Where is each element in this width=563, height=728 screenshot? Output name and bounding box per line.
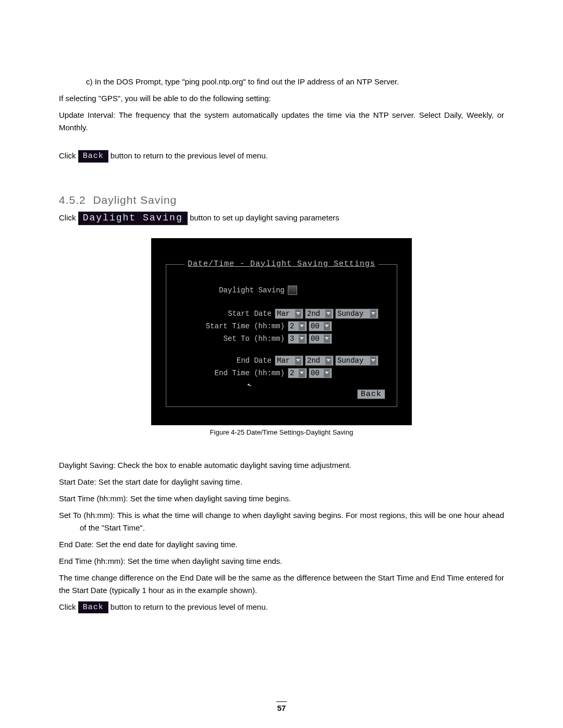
chevron-down-icon — [325, 356, 332, 365]
figure-caption: Figure 4-25 Date/Time Settings-Daylight … — [151, 428, 412, 436]
val-setto-hour: 3 — [290, 334, 297, 343]
def-daylight: Daylight Saving: Check the box to enable… — [59, 459, 504, 472]
update-interval-line: Update Interval: The frequency that the … — [59, 109, 504, 134]
chevron-down-icon — [370, 356, 376, 365]
select-start-week[interactable]: 2nd — [305, 309, 334, 319]
select-end-month[interactable]: Mar — [275, 355, 303, 366]
row-end-date: End Date Mar 2nd Sunday — [183, 355, 380, 366]
back-chip-1: Back — [78, 150, 108, 163]
chevron-down-icon — [295, 310, 301, 318]
val-start-hour: 2 — [290, 322, 297, 331]
update-interval-term: Update Interval: — [59, 110, 115, 119]
row-start-time: Start Time (hh:mm) 2 00 — [183, 321, 380, 331]
row-start-date: Start Date Mar 2nd Sunday — [183, 309, 380, 319]
dvr-screenshot: Date/Time - Daylight Saving Settings Day… — [151, 238, 412, 425]
label-end-date: End Date — [183, 356, 275, 365]
text-starttime: Set the time when daylight saving time b… — [128, 494, 291, 503]
select-setto-min[interactable]: 00 — [309, 334, 332, 344]
chevron-down-icon — [325, 310, 332, 318]
select-start-day[interactable]: Sunday — [335, 309, 378, 319]
click-back-line-2: Click Back button to return to the previ… — [59, 601, 504, 614]
val-start-month: Mar — [277, 309, 293, 318]
term-setto: Set To (hh:mm): — [59, 511, 115, 520]
chevron-down-icon — [299, 335, 305, 343]
intro-c: c) In the DOS Prompt, type "ping pool.nt… — [59, 76, 504, 88]
label-end-time: End Time (hh:mm) — [183, 369, 288, 377]
val-end-month: Mar — [277, 356, 293, 365]
term-startdate: Start Date: — [59, 477, 96, 486]
tail-paragraph: The time change difference on the End Da… — [59, 572, 504, 597]
select-start-month[interactable]: Mar — [275, 309, 303, 319]
def-endtime: End Time (hh:mm): Set the time when dayl… — [59, 555, 504, 567]
val-start-day: Sunday — [337, 309, 369, 318]
term-daylight: Daylight Saving: — [59, 461, 115, 470]
label-start-time: Start Time (hh:mm) — [183, 322, 288, 330]
val-end-day: Sunday — [337, 356, 369, 365]
chevron-down-icon — [295, 356, 301, 365]
click-word-2: Click — [59, 213, 78, 222]
page-number-value: 57 — [277, 704, 286, 712]
select-end-day[interactable]: Sunday — [335, 355, 378, 366]
select-end-week[interactable]: 2nd — [305, 355, 334, 366]
val-end-week: 2nd — [307, 356, 324, 365]
row-end-time: End Time (hh:mm) 2 00 — [183, 368, 380, 378]
text-startdate: Set the start date for daylight saving t… — [96, 477, 242, 486]
click-tail-2: button to set up daylight saving paramet… — [190, 213, 339, 222]
text-enddate: Set the end date for daylight saving tim… — [94, 540, 238, 549]
text-setto: This is what the time will change to whe… — [80, 511, 504, 532]
update-interval-text: The frequency that the system automatica… — [59, 110, 504, 132]
val-start-min: 00 — [311, 322, 322, 331]
select-start-hour[interactable]: 2 — [288, 321, 307, 331]
chevron-down-icon — [324, 335, 330, 343]
back-button[interactable]: Back — [357, 389, 385, 399]
term-starttime: Start Time (hh:mm): — [59, 494, 128, 503]
label-set-to: Set To (hh:mm) — [183, 335, 288, 343]
row-daylight-saving: Daylight Saving — [183, 286, 380, 295]
select-end-min[interactable]: 00 — [309, 368, 332, 378]
row-set-to: Set To (hh:mm) 3 00 — [183, 334, 380, 344]
chevron-down-icon — [299, 369, 305, 377]
term-enddate: End Date: — [59, 540, 94, 549]
def-startdate: Start Date: Set the start date for dayli… — [59, 476, 504, 488]
dvr-title: Date/Time - Daylight Saving Settings — [185, 260, 378, 268]
def-setto: Set To (hh:mm): This is what the time wi… — [59, 509, 504, 534]
select-setto-hour[interactable]: 3 — [288, 334, 307, 344]
checkbox-daylight-saving[interactable] — [288, 286, 297, 295]
section-title: Daylight Saving — [93, 194, 177, 206]
select-end-hour[interactable]: 2 — [288, 368, 307, 378]
chevron-down-icon — [299, 322, 305, 330]
val-setto-min: 00 — [311, 334, 322, 343]
section-number: 4.5.2 — [59, 194, 86, 206]
label-daylight-saving: Daylight Saving — [183, 286, 288, 294]
cursor-icon: ↖ — [246, 379, 253, 389]
click-word-1: Click — [59, 151, 78, 160]
val-end-min: 00 — [311, 368, 322, 378]
gps-line: If selecting "GPS", you will be able to … — [59, 92, 504, 105]
click-ds-line: Click Daylight Saving button to set up d… — [59, 212, 504, 225]
def-enddate: End Date: Set the end date for daylight … — [59, 538, 504, 551]
chevron-down-icon — [370, 310, 376, 318]
back-chip-2: Back — [78, 601, 108, 614]
select-start-min[interactable]: 00 — [309, 321, 332, 331]
chevron-down-icon — [324, 322, 330, 330]
term-endtime: End Time (hh:mm): — [59, 557, 126, 565]
daylight-saving-chip: Daylight Saving — [78, 212, 188, 225]
click-tail-3: button to return to the previous level o… — [111, 602, 268, 611]
val-end-hour: 2 — [290, 368, 297, 378]
chevron-down-icon — [324, 369, 330, 377]
label-start-date: Start Date — [183, 310, 275, 318]
gps-text: If selecting "GPS", you will be able to … — [59, 94, 271, 103]
text-endtime: Set the time when daylight saving time e… — [126, 557, 283, 565]
click-tail-1: button to return to the previous level o… — [111, 151, 268, 160]
def-starttime: Start Time (hh:mm): Set the time when da… — [59, 492, 504, 505]
click-back-line-1: Click Back button to return to the previ… — [59, 150, 504, 163]
click-word-3: Click — [59, 602, 78, 611]
text-daylight: Check the box to enable automatic daylig… — [115, 461, 351, 470]
val-start-week: 2nd — [307, 309, 324, 318]
section-heading: 4.5.2 Daylight Saving — [59, 194, 504, 206]
page-number: 57 — [0, 701, 563, 712]
